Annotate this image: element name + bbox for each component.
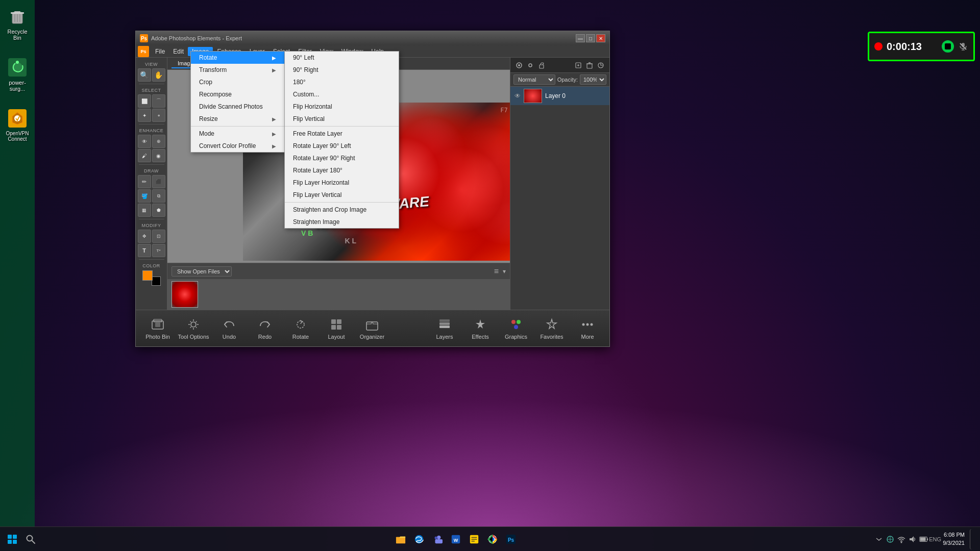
close-button[interactable]: ✕ bbox=[596, 34, 605, 42]
type-mask-tool[interactable]: T* bbox=[152, 244, 165, 257]
show-desktop-button[interactable] bbox=[970, 529, 974, 549]
minimize-button[interactable]: — bbox=[576, 34, 585, 42]
move-tool[interactable]: ✥ bbox=[138, 230, 151, 243]
layers-link-icon[interactable] bbox=[526, 61, 535, 70]
graphics-button[interactable]: Graphics bbox=[498, 312, 534, 345]
layers-delete-icon[interactable] bbox=[585, 61, 594, 70]
foreground-color-swatch[interactable] bbox=[142, 270, 153, 281]
taskbar-photoshop[interactable]: Ps bbox=[503, 531, 519, 547]
flip-layer-h-item[interactable]: Flip Layer Horizontal bbox=[285, 177, 399, 189]
magic-wand-tool[interactable]: ✦ bbox=[138, 109, 151, 122]
straighten-crop-item[interactable]: Straighten and Crop Image bbox=[285, 204, 399, 216]
rotate-layer-90r-item[interactable]: Rotate Layer 90° Right bbox=[285, 152, 399, 164]
rotate-layer-90l-item[interactable]: Rotate Layer 90° Left bbox=[285, 140, 399, 152]
favorites-button[interactable]: Favorites bbox=[534, 312, 570, 345]
file-thumbnail-0[interactable] bbox=[172, 281, 198, 308]
menu-file[interactable]: File bbox=[151, 47, 169, 56]
free-rotate-layer-item[interactable]: Free Rotate Layer bbox=[285, 128, 399, 140]
brush-tool[interactable]: ✏ bbox=[138, 175, 151, 188]
gradient-tool[interactable]: ▦ bbox=[138, 204, 151, 217]
show-open-files-select[interactable]: Show Open Files bbox=[172, 266, 232, 277]
menu-convert-color-item[interactable]: Convert Color Profile ▶ bbox=[191, 140, 284, 152]
recording-mic-button[interactable] bbox=[958, 41, 968, 52]
recording-stop-button[interactable] bbox=[942, 40, 954, 53]
layers-lock-icon[interactable] bbox=[537, 61, 546, 70]
tool-options-button[interactable]: Tool Options bbox=[176, 312, 211, 345]
start-button[interactable] bbox=[4, 531, 20, 547]
effects-button[interactable]: Effects bbox=[462, 312, 498, 345]
tray-overflow[interactable] bbox=[874, 535, 884, 544]
view-section-label: VIEW bbox=[136, 62, 167, 67]
background-color-swatch[interactable] bbox=[152, 277, 161, 286]
quick-selection-tool[interactable]: ⚬ bbox=[152, 109, 165, 122]
text-tool[interactable]: T bbox=[138, 244, 151, 257]
rotate-180-item[interactable]: 180° bbox=[285, 76, 399, 88]
tray-battery[interactable] bbox=[919, 535, 928, 544]
menu-edit[interactable]: Edit bbox=[169, 47, 188, 56]
system-tray: ENG bbox=[874, 535, 940, 544]
clone-tool[interactable]: ⧉ bbox=[152, 189, 165, 203]
layers-adjustment-icon[interactable] bbox=[596, 61, 605, 70]
taskbar-teams[interactable] bbox=[429, 531, 446, 547]
eraser-tool[interactable]: ⬛ bbox=[152, 175, 165, 188]
flip-horizontal-item[interactable]: Flip Horizontal bbox=[285, 101, 399, 113]
organizer-button[interactable]: Organizer bbox=[354, 312, 390, 345]
marquee-tool[interactable]: ⬜ bbox=[138, 94, 151, 108]
tray-vpn[interactable] bbox=[886, 535, 895, 544]
opacity-select[interactable]: 100% bbox=[580, 74, 606, 85]
layer-visible-icon[interactable]: 👁 bbox=[514, 92, 521, 99]
crop-tool[interactable]: ⊡ bbox=[152, 230, 165, 243]
maximize-button[interactable]: □ bbox=[586, 34, 595, 42]
hand-tool[interactable]: ✋ bbox=[152, 68, 165, 82]
list-view-icon[interactable]: ≡ bbox=[494, 267, 499, 276]
rotate-layer-180-item[interactable]: Rotate Layer 180° bbox=[285, 164, 399, 177]
menu-recompose-item[interactable]: Recompose bbox=[191, 88, 284, 101]
undo-button[interactable]: Undo bbox=[211, 312, 247, 345]
smart-brush-tool[interactable]: 🖌 bbox=[138, 149, 151, 162]
red-eye-tool[interactable]: 👁 bbox=[138, 135, 151, 148]
taskbar-app1[interactable]: W bbox=[448, 531, 464, 547]
blur-tool[interactable]: ◉ bbox=[152, 149, 165, 162]
tray-wifi[interactable] bbox=[897, 535, 906, 544]
rotate-custom-item[interactable]: Custom... bbox=[285, 88, 399, 101]
menu-transform-item[interactable]: Transform ▶ bbox=[191, 64, 284, 76]
more-button[interactable]: More bbox=[570, 312, 605, 345]
view-dropdown-icon[interactable]: ▾ bbox=[503, 268, 506, 275]
layers-visibility-icon[interactable] bbox=[514, 61, 524, 70]
menu-divide-scanned-item[interactable]: Divide Scanned Photos bbox=[191, 101, 284, 113]
taskbar-chrome[interactable] bbox=[484, 531, 501, 547]
redo-button[interactable]: Redo bbox=[247, 312, 283, 345]
search-button[interactable] bbox=[22, 531, 39, 547]
svg-point-68 bbox=[901, 541, 902, 543]
paint-bucket-tool[interactable]: 🪣 bbox=[138, 189, 151, 203]
flip-vertical-item[interactable]: Flip Vertical bbox=[285, 113, 399, 125]
taskbar-clock[interactable]: 6:08 PM 9/3/2021 bbox=[943, 531, 965, 547]
lasso-tool[interactable]: ⌒ bbox=[152, 94, 165, 108]
desktop-icon-power[interactable]: power-surg... bbox=[2, 55, 33, 94]
desktop-icon-recycle-bin[interactable]: Recycle Bin bbox=[2, 4, 33, 43]
layers-new-icon[interactable] bbox=[574, 61, 583, 70]
taskbar-file-explorer[interactable] bbox=[393, 531, 409, 547]
flip-layer-v-item[interactable]: Flip Layer Vertical bbox=[285, 189, 399, 201]
layers-bottom-button[interactable]: Layers bbox=[427, 312, 462, 345]
menu-resize-item[interactable]: Resize ▶ bbox=[191, 113, 284, 125]
tray-volume[interactable] bbox=[908, 535, 917, 544]
rotate-90-left-item[interactable]: 90° Left bbox=[285, 52, 399, 64]
menu-rotate-item[interactable]: Rotate ▶ bbox=[191, 52, 284, 64]
layout-button[interactable]: Layout bbox=[318, 312, 354, 345]
draw-tools-1: ✏ ⬛ bbox=[138, 175, 165, 188]
menu-crop-item[interactable]: Crop bbox=[191, 76, 284, 88]
taskbar-edge[interactable] bbox=[411, 531, 427, 547]
straighten-image-item[interactable]: Straighten Image bbox=[285, 216, 399, 228]
spot-heal-tool[interactable]: ⊕ bbox=[152, 135, 165, 148]
taskbar-notes[interactable] bbox=[466, 531, 482, 547]
shape-tool[interactable]: ⬟ bbox=[152, 204, 165, 217]
photo-bin-button[interactable]: Photo Bin bbox=[140, 312, 176, 345]
rotate-bottom-button[interactable]: Rotate bbox=[283, 312, 318, 345]
layer-item-0[interactable]: 👁 Layer 0 bbox=[510, 87, 609, 105]
menu-mode-item[interactable]: Mode ▶ bbox=[191, 128, 284, 140]
blend-mode-select[interactable]: Normal bbox=[513, 74, 555, 85]
zoom-tool[interactable]: 🔍 bbox=[138, 68, 151, 82]
rotate-90-right-item[interactable]: 90° Right bbox=[285, 64, 399, 76]
desktop-icon-openvpn[interactable]: OpenVPNConnect bbox=[2, 106, 33, 144]
